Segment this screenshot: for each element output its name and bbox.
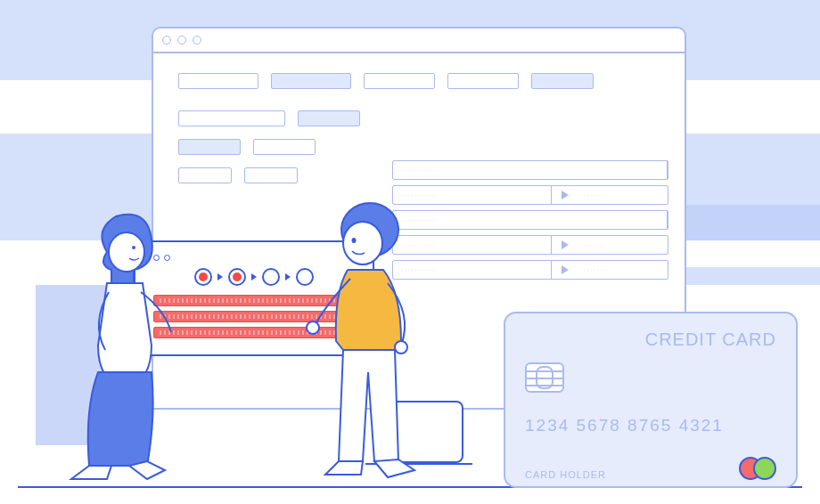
svg-point-6: [395, 341, 407, 354]
traffic-light-icon: [162, 36, 171, 45]
step-circle: [194, 268, 212, 286]
browser-titlebar: [153, 28, 685, 53]
credit-card: CREDIT CARD 1234 5678 8765 4321 CARD HOL…: [504, 312, 798, 488]
card-brand-icon: [739, 457, 776, 480]
card-title: CREDIT CARD: [525, 329, 776, 350]
person-illustration: [299, 194, 441, 488]
traffic-light-icon: [193, 36, 201, 45]
chevron-right-icon: [217, 273, 223, 280]
chevron-right-icon: [251, 273, 257, 280]
bg-shape: [677, 205, 820, 240]
card-holder-label: CARD HOLDER: [525, 469, 606, 480]
play-icon: [552, 191, 578, 199]
svg-point-0: [109, 232, 144, 272]
play-icon: [552, 265, 578, 274]
svg-point-3: [343, 222, 382, 264]
traffic-light-icon: [177, 36, 186, 45]
chevron-right-icon: [285, 273, 291, 280]
play-icon: [552, 240, 578, 249]
svg-point-5: [307, 321, 319, 334]
chip-icon: [525, 362, 564, 393]
card-number: 1234 5678 8765 4321: [525, 416, 776, 435]
person-illustration: [62, 203, 187, 488]
svg-point-1: [132, 246, 135, 249]
step-circle: [228, 268, 246, 286]
form-row: ············: [392, 160, 668, 180]
svg-point-4: [352, 238, 357, 243]
step-circle: [262, 268, 280, 286]
